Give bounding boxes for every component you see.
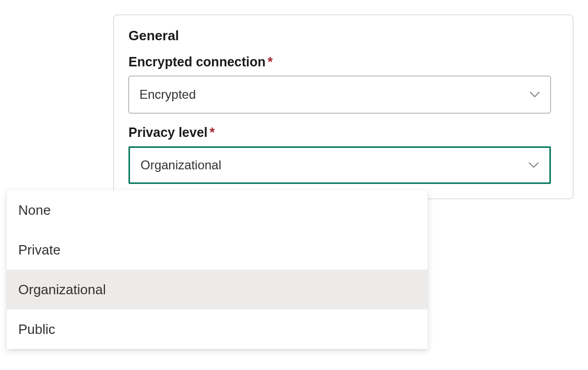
option-label: Public [18,321,55,338]
section-title: General [128,28,558,44]
option-label: None [18,202,51,218]
privacy-option-none[interactable]: None [7,190,428,230]
privacy-option-public[interactable]: Public [7,309,428,349]
privacy-level-value: Organizational [140,158,221,172]
privacy-level-options-list: None Private Organizational Public [7,190,428,349]
option-label: Private [18,242,61,258]
required-indicator: * [210,125,215,140]
encrypted-connection-dropdown[interactable]: Encrypted [128,76,551,113]
required-indicator: * [268,54,273,69]
chevron-down-icon [530,91,540,98]
chevron-down-icon [528,162,539,168]
privacy-level-label-text: Privacy level [128,125,208,140]
privacy-option-private[interactable]: Private [7,230,428,270]
general-settings-panel: General Encrypted connection* Encrypted … [113,15,573,199]
privacy-option-organizational[interactable]: Organizational [7,270,428,309]
encrypted-connection-label-text: Encrypted connection [128,54,266,69]
encrypted-connection-value: Encrypted [139,87,196,102]
encrypted-connection-label: Encrypted connection* [128,54,558,70]
privacy-level-dropdown[interactable]: Organizational [128,146,551,184]
privacy-level-label: Privacy level* [128,125,558,140]
option-label: Organizational [18,282,106,298]
